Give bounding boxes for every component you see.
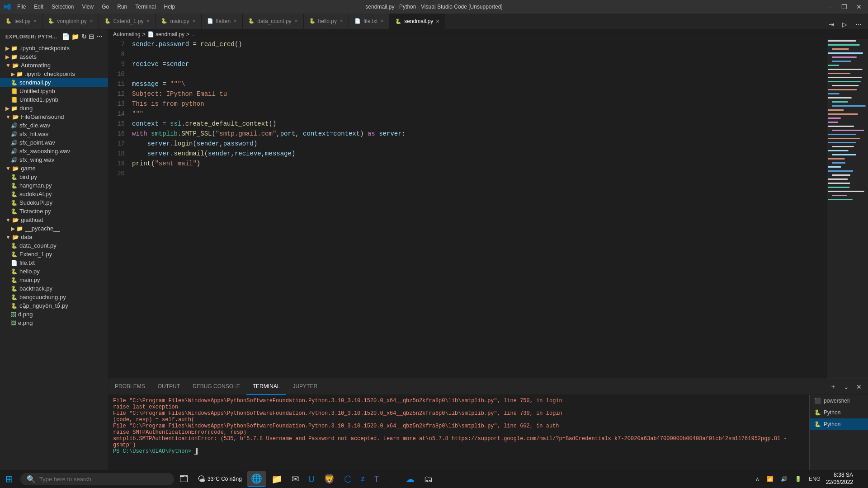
tree-item-filetxt[interactable]: 📄 file.txt: [0, 258, 108, 267]
tray-volume[interactable]: 🔊: [779, 475, 789, 483]
tree-item-capnguyento[interactable]: 🐍 cặp_nguyên_tố.py: [0, 301, 108, 310]
terminal-content[interactable]: File "C:\Program Files\WindowsApps\Pytho…: [108, 395, 809, 478]
tab-close-filetxt[interactable]: ✕: [380, 19, 384, 23]
taskbar-zalo[interactable]: Z: [357, 471, 368, 487]
taskbar-teams[interactable]: T: [370, 471, 383, 487]
tree-item-sudokupl[interactable]: 🐍 SudokuPl.py: [0, 198, 108, 207]
tree-item-data[interactable]: ▼ 📂 data: [0, 233, 108, 241]
tree-item-dpng[interactable]: 🖼 d.png: [0, 310, 108, 319]
menu-terminal[interactable]: Terminal: [132, 2, 159, 12]
breadcrumb-ellipsis[interactable]: ...: [191, 31, 196, 38]
show-desktop-button[interactable]: [857, 478, 863, 480]
taskbar-app6[interactable]: U: [305, 471, 318, 487]
tree-item-backtrack[interactable]: 🐍 backtrack.py: [0, 284, 108, 293]
tree-item-untitled1[interactable]: 📒 Untitled1.ipynb: [0, 95, 108, 104]
taskbar-vscode[interactable]: ⬡: [340, 471, 355, 487]
taskbar-teamviewer[interactable]: ☁: [402, 471, 418, 487]
tab-jupyter[interactable]: JUPYTER: [286, 379, 324, 395]
tree-item-untitled[interactable]: 📒 Untitled.ipynb: [0, 87, 108, 95]
new-folder-icon[interactable]: 📁: [71, 33, 80, 40]
tree-item-sfx-die[interactable]: 🔊 sfx_die.wav: [0, 121, 108, 130]
terminal-list-powershell[interactable]: ⬛ powershell: [810, 395, 868, 407]
tab-close-sendmail[interactable]: ✕: [436, 19, 439, 24]
menu-run[interactable]: Run: [113, 2, 131, 12]
menu-go[interactable]: Go: [98, 2, 113, 12]
taskbar-brave[interactable]: 🦁: [320, 471, 339, 487]
tree-item-sendmail[interactable]: 🐍 sendmail.py: [0, 78, 108, 87]
breadcrumb-sendmail[interactable]: 📄 sendmail.py: [147, 31, 184, 38]
tab-flatten[interactable]: 📄 flatten ✕: [202, 14, 243, 29]
tab-hello[interactable]: 🐍 hello.py ✕: [304, 14, 349, 29]
tree-item-sudokuai[interactable]: 🐍 sudokuAI.py: [0, 190, 108, 198]
tree-item-bangcuuchung[interactable]: 🐍 bangcuuchung.py: [0, 293, 108, 301]
tree-item-tictactoe[interactable]: 🐍 Tictactoe.py: [0, 207, 108, 216]
code-editor[interactable]: 7 8 9 10 11 12 13 14 15 16 17 18 19 20: [108, 39, 827, 379]
tab-close-datacount[interactable]: ✕: [294, 19, 298, 23]
menu-file[interactable]: File: [14, 2, 29, 12]
menu-view[interactable]: View: [78, 2, 97, 12]
tab-terminal[interactable]: TERMINAL: [246, 379, 287, 395]
search-bar[interactable]: 🔍: [20, 473, 174, 485]
tab-main[interactable]: 🐍 main.py ✕: [156, 14, 201, 29]
taskbar-explorer[interactable]: 📁: [268, 471, 286, 487]
tab-vongtonh[interactable]: 🐍 vongtonh.py ✕: [42, 14, 99, 29]
tree-item-assets[interactable]: ▶ 📁 assets: [0, 52, 108, 61]
tab-close-main[interactable]: ✕: [192, 19, 196, 23]
menu-help[interactable]: Help: [160, 2, 179, 12]
tab-output[interactable]: OUTPUT: [151, 379, 186, 395]
tab-close-hello[interactable]: ✕: [340, 19, 343, 23]
taskbar-steam[interactable]: ♨: [385, 471, 400, 487]
tree-item-giaithuat[interactable]: ▼ 📂 giaithuat: [0, 216, 108, 224]
add-terminal-button[interactable]: ＋: [827, 382, 839, 392]
tab-close-extend1[interactable]: ✕: [146, 19, 150, 23]
terminal-split-button[interactable]: ⌄: [841, 382, 852, 391]
tree-item-extend1[interactable]: 🐍 Extend_1.py: [0, 250, 108, 258]
search-input[interactable]: [39, 476, 168, 483]
tree-item-game[interactable]: ▼ 📂 game: [0, 164, 108, 173]
tab-close-flatten[interactable]: ✕: [233, 19, 237, 23]
tree-item-sfx-point[interactable]: 🔊 sfx_point.wav: [0, 138, 108, 147]
tree-item-sfx-wing[interactable]: 🔊 sfx_wing.wav: [0, 155, 108, 164]
tree-item-sfx-hit[interactable]: 🔊 sfx_hit.wav: [0, 130, 108, 138]
terminal-prompt[interactable]: PS C:\Users\GIAO\Python> ▌: [113, 448, 805, 455]
tab-sendmail[interactable]: 🐍 sendmail.py ✕: [390, 14, 445, 29]
maximize-button[interactable]: ❐: [839, 3, 850, 10]
tree-item-filegame-sound[interactable]: ▼ 📂 FileGame\sound: [0, 113, 108, 121]
breadcrumb-automating[interactable]: Automating: [113, 31, 141, 38]
minimize-button[interactable]: ─: [825, 3, 835, 10]
start-button[interactable]: ⊞: [2, 471, 17, 487]
code-content[interactable]: sender.password = read_cred() recieve =s…: [130, 39, 827, 379]
refresh-icon[interactable]: ↻: [81, 33, 87, 40]
terminal-list-python1[interactable]: 🐍 Python: [810, 407, 868, 418]
tree-item-pycache[interactable]: ▶ 📁 __pycache__: [0, 224, 108, 233]
split-editor-button[interactable]: ⇥: [826, 20, 837, 29]
close-terminal-button[interactable]: ✕: [854, 382, 864, 391]
tab-debug-console[interactable]: DEBUG CONSOLE: [186, 379, 246, 395]
more-actions-button[interactable]: ⋯: [853, 20, 864, 29]
taskbar-files[interactable]: 🗂: [420, 471, 436, 487]
tree-item-datacount[interactable]: 🐍 data_count.py: [0, 241, 108, 250]
tree-item-automating[interactable]: ▼ 📂 Automating: [0, 61, 108, 70]
collapse-all-icon[interactable]: ⊟: [89, 33, 94, 40]
terminal-list-python2[interactable]: 🐍 Python: [810, 418, 868, 430]
tab-close-test[interactable]: ✕: [33, 19, 37, 23]
tree-item-checkpoints2[interactable]: ▶ 📁 .ipynb_checkpoints: [0, 70, 108, 78]
tab-extend1[interactable]: 🐍 Extend_1.py ✕: [99, 14, 156, 29]
tree-item-hello[interactable]: 🐍 hello.py: [0, 267, 108, 276]
tray-network[interactable]: 📶: [765, 475, 775, 483]
tree-item-checkpoints1[interactable]: ▶ 📁 .ipynb_checkpoints: [0, 44, 108, 52]
clock[interactable]: 8:38 SA 22/06/2022: [826, 472, 853, 486]
tree-item-hangman[interactable]: 🐍 hangman.py: [0, 181, 108, 190]
more-sidebar-icon[interactable]: ⋯: [96, 33, 103, 40]
taskbar-mail[interactable]: ✉: [288, 471, 303, 487]
tree-item-dung[interactable]: ▶ 📁 dung: [0, 104, 108, 113]
tray-arrow[interactable]: ∧: [754, 475, 761, 483]
taskview-button[interactable]: 🗔: [176, 471, 192, 487]
tab-close-vongtonh[interactable]: ✕: [90, 19, 93, 23]
tree-item-main[interactable]: 🐍 main.py: [0, 276, 108, 284]
tab-problems[interactable]: PROBLEMS: [108, 379, 151, 395]
tray-battery[interactable]: 🔋: [793, 475, 803, 483]
tree-item-bird[interactable]: 🐍 bird.py: [0, 173, 108, 181]
tree-item-sfx-swooshing[interactable]: 🔊 sfx_swooshing.wav: [0, 147, 108, 155]
tab-datacount[interactable]: 🐍 data_count.py ✕: [243, 14, 303, 29]
